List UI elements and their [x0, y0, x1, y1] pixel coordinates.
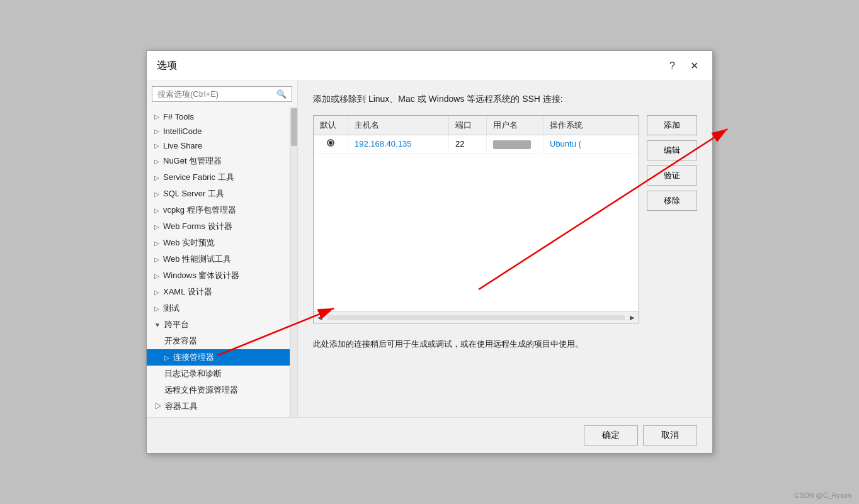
sidebar-label-dev-container: 开发容器	[164, 335, 197, 347]
dialog-title: 选项	[157, 59, 177, 72]
sidebar-item-web-preview[interactable]: ▷Web 实时预览	[147, 235, 297, 251]
tree-arrow-web-perf: ▷	[154, 256, 159, 263]
tree-arrow-xaml: ▷	[154, 289, 159, 296]
tree-arrow-test: ▷	[154, 305, 159, 312]
verify-button[interactable]: 验证	[647, 165, 697, 186]
sidebar-label-service-fabric: Service Fabric 工具	[163, 172, 234, 183]
sidebar-label-sql-server: SQL Server 工具	[163, 188, 224, 199]
sidebar-label-web-perf: Web 性能测试工具	[163, 254, 231, 265]
radio-selected	[327, 139, 334, 147]
left-panel: 🔍 ▷F# Tools▷IntelliCode▷Live Share▷NuGet…	[147, 81, 298, 417]
watermark: CSDN @C_Ryson	[794, 491, 851, 499]
section-title: 添加或移除到 Linux、Mac 或 Windows 等远程系统的 SSH 连接…	[313, 94, 697, 105]
sidebar-label-nuget: NuGet 包管理器	[163, 155, 222, 167]
sidebar-item-live-share[interactable]: ▷Live Share	[147, 138, 297, 153]
right-panel: 添加或移除到 Linux、Mac 或 Windows 等远程系统的 SSH 连接…	[298, 81, 712, 417]
sidebar-label-f-sharp-tools: F# Tools	[163, 112, 194, 121]
sidebar-label-web-forms: Web Forms 设计器	[163, 221, 232, 232]
sidebar-item-remote-file[interactable]: 远程文件资源管理器	[147, 382, 297, 398]
search-box[interactable]: 🔍	[152, 86, 292, 102]
th-default: 默认	[314, 116, 348, 135]
tree-scroll-area: ▷F# Tools▷IntelliCode▷Live Share▷NuGet 包…	[147, 107, 297, 417]
tree-arrow-web-preview: ▷	[154, 240, 159, 247]
sidebar-label-test: 测试	[163, 303, 179, 314]
dialog-footer: 确定 取消	[147, 417, 712, 453]
tree-list: ▷F# Tools▷IntelliCode▷Live Share▷NuGet 包…	[147, 107, 297, 417]
titlebar: 选项 ? ✕	[147, 51, 712, 81]
edit-button[interactable]: 编辑	[647, 140, 697, 160]
sidebar-item-sql-server[interactable]: ▷SQL Server 工具	[147, 186, 297, 202]
table-row[interactable]: 192.168.40.135 22 Ubuntu (	[314, 135, 639, 154]
search-icon: 🔍	[276, 89, 287, 99]
search-input[interactable]	[157, 89, 276, 99]
scrollbar-thumb[interactable]	[291, 108, 297, 146]
scrollbar-bottom: ◀ ▶	[314, 311, 639, 323]
sidebar-item-container-tools[interactable]: ▷ 容器工具	[147, 398, 297, 415]
options-dialog: 选项 ? ✕ 🔍 ▷F# Tools▷IntelliCode▷Live Shar…	[146, 50, 713, 454]
th-host: 主机名	[348, 116, 449, 135]
th-user: 用户名	[487, 116, 543, 135]
td-default	[314, 135, 348, 152]
sidebar-item-windows-designer[interactable]: ▷Windows 窗体设计器	[147, 267, 297, 284]
sidebar-item-test[interactable]: ▷测试	[147, 300, 297, 316]
sidebar-label-web-preview: Web 实时预览	[163, 237, 215, 249]
close-button[interactable]: ✕	[686, 59, 702, 73]
sidebar-item-xaml[interactable]: ▷XAML 设计器	[147, 284, 297, 300]
tree-arrow-web-forms: ▷	[154, 223, 159, 230]
connection-table-area: 默认 主机名 端口 用户名 操作系统 192.168.40.135 22	[313, 115, 697, 323]
sidebar-item-log-diag[interactable]: 日志记录和诊断	[147, 366, 297, 382]
remove-button[interactable]: 移除	[647, 191, 697, 211]
sidebar-label-vcpkg: vcpkg 程序包管理器	[163, 204, 236, 216]
sidebar-label-connection-manager: 连接管理器	[173, 352, 214, 363]
footer-description: 此处添加的连接稍后可用于生成或调试，或在使用远程生成的项目中使用。	[313, 339, 697, 350]
td-host: 192.168.40.135	[348, 135, 449, 152]
tree-arrow-live-share: ▷	[154, 142, 159, 149]
help-button[interactable]: ?	[666, 59, 679, 73]
dialog-body: 🔍 ▷F# Tools▷IntelliCode▷Live Share▷NuGet…	[147, 81, 712, 417]
sidebar-item-web-forms[interactable]: ▷Web Forms 设计器	[147, 218, 297, 235]
sidebar-label-log-diag: 日志记录和诊断	[164, 368, 222, 379]
sidebar-item-cross-platform[interactable]: ▼跨平台	[147, 316, 297, 333]
td-user	[487, 135, 543, 153]
action-buttons: 添加 编辑 验证 移除	[647, 115, 697, 323]
titlebar-actions: ? ✕	[666, 59, 702, 73]
ok-button[interactable]: 确定	[584, 425, 638, 445]
scrollbar-right[interactable]	[290, 107, 297, 417]
td-os: Ubuntu (	[543, 135, 606, 152]
sidebar-item-vcpkg[interactable]: ▷vcpkg 程序包管理器	[147, 202, 297, 218]
blurred-username	[493, 140, 531, 149]
th-port: 端口	[449, 116, 487, 135]
tree-arrow-service-fabric: ▷	[154, 174, 159, 181]
tree-arrow-vcpkg: ▷	[154, 207, 159, 214]
sidebar-item-dev-container[interactable]: 开发容器	[147, 333, 297, 349]
td-port: 22	[449, 135, 487, 152]
sidebar-item-nuget[interactable]: ▷NuGet 包管理器	[147, 153, 297, 169]
sidebar-label-cross-platform: 跨平台	[164, 319, 189, 330]
sidebar-item-intellicode[interactable]: ▷IntelliCode	[147, 124, 297, 138]
sidebar-item-f-sharp-tools[interactable]: ▷F# Tools	[147, 109, 297, 124]
tree-arrow-nuget: ▷	[154, 158, 159, 165]
th-os: 操作系统	[543, 116, 606, 135]
tree-panel: 🔍 ▷F# Tools▷IntelliCode▷Live Share▷NuGet…	[147, 81, 298, 417]
scroll-track[interactable]	[327, 315, 625, 320]
tree-arrow-intellicode: ▷	[154, 128, 159, 135]
sidebar-label-remote-file: 远程文件资源管理器	[164, 384, 238, 396]
scroll-left-icon[interactable]: ◀	[315, 314, 325, 321]
tree-arrow-sql-server: ▷	[154, 191, 159, 198]
sidebar-label-xaml: XAML 设计器	[163, 286, 212, 298]
table-body: 192.168.40.135 22 Ubuntu (	[314, 135, 639, 311]
sidebar-item-service-fabric[interactable]: ▷Service Fabric 工具	[147, 169, 297, 186]
sidebar-label-container-tools: ▷ 容器工具	[154, 401, 198, 412]
tree-arrow-connection-manager: ▷	[164, 354, 169, 361]
sidebar-label-intellicode: IntelliCode	[163, 126, 202, 136]
tree-arrow-f-sharp-tools: ▷	[154, 113, 159, 120]
add-button[interactable]: 添加	[647, 115, 697, 135]
sidebar-item-web-perf[interactable]: ▷Web 性能测试工具	[147, 251, 297, 267]
tree-arrow-windows-designer: ▷	[154, 272, 159, 279]
sidebar-label-live-share: Live Share	[163, 141, 202, 150]
tree-arrow-cross-platform: ▼	[154, 322, 161, 328]
sidebar-label-windows-designer: Windows 窗体设计器	[163, 270, 239, 281]
cancel-button[interactable]: 取消	[643, 425, 697, 445]
scroll-right-icon[interactable]: ▶	[627, 314, 637, 321]
sidebar-item-connection-manager[interactable]: ▷连接管理器	[147, 349, 297, 366]
